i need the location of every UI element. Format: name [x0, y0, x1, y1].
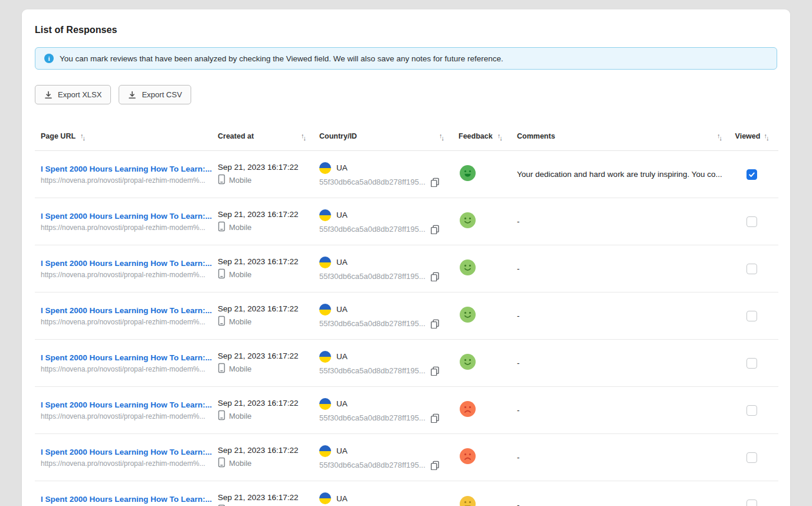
sort-icon[interactable]: ↑↓ [439, 133, 443, 139]
copy-icon[interactable] [430, 178, 440, 187]
response-page-link[interactable]: I Spent 2000 Hours Learning How To Learn… [41, 165, 218, 173]
comments-cell: - [517, 406, 725, 415]
copy-icon[interactable] [430, 366, 440, 376]
column-header-created-at[interactable]: Created at ↑↓ [218, 132, 319, 140]
comments-cell: - [517, 264, 725, 273]
country-id-cell: UA 55f30db6ca5a0d8db278ff195... [319, 257, 459, 281]
viewed-cell [725, 311, 778, 321]
response-page-url: https://novena.pro/novosti/propal-rezhim… [41, 271, 218, 279]
copy-icon[interactable] [430, 319, 440, 328]
column-label: Viewed [735, 132, 761, 140]
created-at-cell: Sep 21, 2023 16:17:22 Mobile [218, 399, 319, 422]
viewed-checkbox[interactable] [746, 264, 757, 274]
column-header-country-id[interactable]: Country/ID ↑↓ [319, 132, 459, 140]
page-url-cell: I Spent 2000 Hours Learning How To Learn… [35, 448, 218, 468]
created-at-cell: Sep 21, 2023 16:17:22 Mobile [218, 304, 319, 328]
page-url-cell: I Spent 2000 Hours Learning How To Learn… [35, 495, 218, 506]
country-id-cell: UA 55f30db6ca5a0d8db278ff195... [319, 398, 459, 423]
ukraine-flag-icon [319, 492, 331, 504]
feedback-face-icon [460, 448, 476, 464]
column-header-page-url[interactable]: Page URL ↑↓ [35, 132, 218, 140]
viewed-cell [725, 216, 778, 227]
feedback-face-icon [460, 307, 476, 323]
table-row: I Spent 2000 Hours Learning How To Learn… [35, 198, 778, 245]
export-xlsx-button[interactable]: Export XLSX [35, 85, 111, 104]
response-page-link[interactable]: I Spent 2000 Hours Learning How To Learn… [41, 259, 218, 268]
export-csv-button[interactable]: Export CSV [119, 85, 191, 104]
viewed-checkbox[interactable] [746, 405, 757, 416]
response-id: 55f30db6ca5a0d8db278ff195... [319, 272, 425, 281]
response-page-link[interactable]: I Spent 2000 Hours Learning How To Learn… [41, 353, 218, 362]
sort-icon[interactable]: ↑↓ [717, 133, 721, 139]
feedback-face-icon [460, 165, 476, 181]
viewed-checkbox[interactable] [746, 311, 757, 321]
response-page-link[interactable]: I Spent 2000 Hours Learning How To Learn… [41, 495, 218, 504]
viewed-cell [725, 169, 778, 180]
country-code: UA [336, 211, 348, 219]
response-page-link[interactable]: I Spent 2000 Hours Learning How To Learn… [41, 448, 218, 456]
ukraine-flag-icon [319, 445, 331, 457]
response-page-url: https://novena.pro/novosti/propal-rezhim… [41, 365, 218, 373]
comment-text: - [517, 501, 725, 506]
copy-icon[interactable] [430, 225, 440, 234]
feedback-cell [459, 165, 517, 183]
created-at-value: Sep 21, 2023 16:17:22 [218, 493, 319, 502]
comments-cell: - [517, 359, 725, 367]
feedback-cell [459, 496, 517, 506]
country-id-cell: UA 55f30db6ca5a0d8db278ff195... [319, 304, 459, 328]
country-code: UA [336, 399, 348, 408]
column-header-viewed[interactable]: Viewed ↑↓ [725, 132, 778, 140]
response-id: 55f30db6ca5a0d8db278ff195... [319, 366, 425, 375]
viewed-checkbox[interactable] [746, 169, 757, 180]
copy-icon[interactable] [430, 272, 440, 281]
device-label: Mobile [229, 223, 251, 232]
download-icon [44, 91, 53, 99]
sort-icon[interactable]: ↑↓ [764, 133, 768, 139]
page-title: List of Responses [35, 25, 777, 35]
device-label: Mobile [229, 270, 251, 279]
viewed-cell [725, 358, 778, 369]
feedback-cell [459, 307, 517, 325]
viewed-checkbox[interactable] [746, 358, 757, 369]
feedback-cell [459, 354, 517, 372]
feedback-face-icon [460, 354, 476, 370]
feedback-cell [459, 259, 517, 278]
created-at-cell: Sep 21, 2023 16:17:22 Mobile [218, 493, 319, 506]
response-page-url: https://novena.pro/novosti/propal-rezhim… [41, 224, 218, 232]
page-url-cell: I Spent 2000 Hours Learning How To Learn… [35, 259, 218, 279]
response-page-link[interactable]: I Spent 2000 Hours Learning How To Learn… [41, 212, 218, 221]
response-page-link[interactable]: I Spent 2000 Hours Learning How To Learn… [41, 306, 218, 315]
ukraine-flag-icon [319, 162, 331, 174]
comment-text: - [517, 406, 725, 415]
viewed-checkbox[interactable] [746, 500, 757, 506]
export-xlsx-label: Export XLSX [58, 90, 102, 99]
country-id-cell: UA 55f30db6ca5a0d8db278ff195... [319, 351, 459, 376]
sort-icon[interactable]: ↑↓ [80, 133, 84, 139]
page-url-cell: I Spent 2000 Hours Learning How To Learn… [35, 165, 218, 185]
feedback-cell [459, 212, 517, 231]
column-label: Comments [517, 132, 555, 140]
sort-icon[interactable]: ↑↓ [497, 133, 502, 139]
table-row: I Spent 2000 Hours Learning How To Learn… [35, 151, 778, 198]
page-url-cell: I Spent 2000 Hours Learning How To Learn… [35, 212, 218, 232]
mobile-device-icon [218, 363, 225, 375]
column-header-feedback[interactable]: Feedback ↑↓ [459, 132, 517, 140]
copy-icon[interactable] [430, 461, 440, 470]
copy-icon[interactable] [430, 413, 440, 423]
info-banner: i You can mark reviews that have been an… [35, 47, 777, 70]
export-toolbar: Export XLSX Export CSV [35, 85, 777, 104]
comment-text: - [517, 264, 725, 273]
feedback-face-icon [460, 496, 476, 506]
country-code: UA [336, 352, 348, 361]
viewed-checkbox[interactable] [746, 216, 757, 227]
responses-table: Page URL ↑↓ Created at ↑↓ Country/ID ↑↓ … [35, 121, 778, 506]
country-id-cell: UA 55f30db6ca5a0d8db278ff195... [319, 162, 459, 187]
created-at-value: Sep 21, 2023 16:17:22 [218, 399, 319, 408]
response-page-link[interactable]: I Spent 2000 Hours Learning How To Learn… [41, 400, 218, 409]
sort-icon[interactable]: ↑↓ [301, 133, 305, 139]
country-code: UA [336, 163, 348, 172]
device-label: Mobile [229, 317, 251, 326]
device-label: Mobile [229, 459, 251, 468]
viewed-checkbox[interactable] [746, 452, 757, 463]
column-header-comments[interactable]: Comments ↑↓ [517, 132, 725, 140]
